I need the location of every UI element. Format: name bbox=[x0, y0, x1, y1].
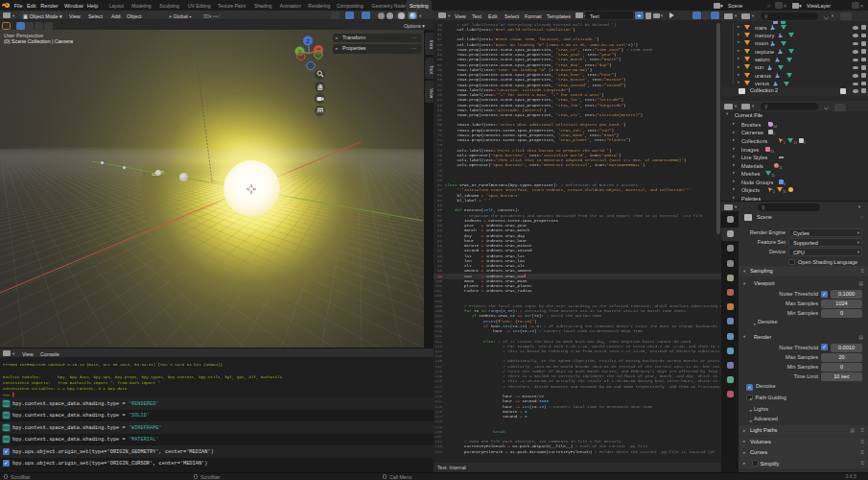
svg-text:Z: Z bbox=[306, 38, 310, 44]
